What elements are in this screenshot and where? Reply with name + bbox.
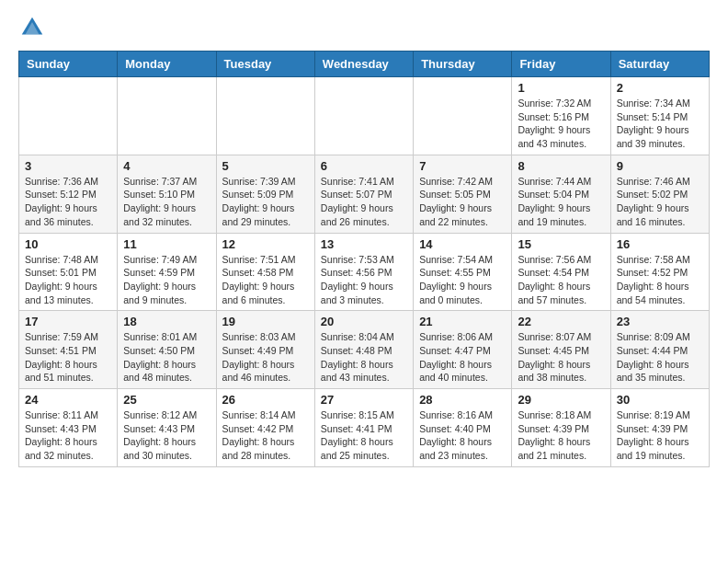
calendar-cell: 2Sunrise: 7:34 AM Sunset: 5:14 PM Daylig… bbox=[610, 77, 709, 155]
calendar-cell: 3Sunrise: 7:36 AM Sunset: 5:12 PM Daylig… bbox=[19, 155, 118, 233]
day-number: 20 bbox=[321, 315, 407, 328]
day-number: 16 bbox=[617, 237, 703, 251]
day-info: Sunrise: 7:34 AM Sunset: 5:14 PM Dayligh… bbox=[617, 97, 703, 151]
calendar-week-4: 24Sunrise: 8:11 AM Sunset: 4:43 PM Dayli… bbox=[19, 389, 710, 467]
calendar-cell: 23Sunrise: 8:09 AM Sunset: 4:44 PM Dayli… bbox=[610, 311, 709, 389]
day-info: Sunrise: 8:15 AM Sunset: 4:41 PM Dayligh… bbox=[321, 408, 407, 463]
page: Sunday Monday Tuesday Wednesday Thursday… bbox=[0, 0, 728, 481]
day-info: Sunrise: 8:11 AM Sunset: 4:43 PM Dayligh… bbox=[25, 408, 111, 463]
calendar-cell: 26Sunrise: 8:14 AM Sunset: 4:42 PM Dayli… bbox=[216, 389, 314, 467]
col-wednesday: Wednesday bbox=[314, 52, 413, 77]
col-tuesday: Tuesday bbox=[216, 52, 314, 77]
day-info: Sunrise: 8:09 AM Sunset: 4:44 PM Dayligh… bbox=[617, 330, 703, 385]
calendar-week-2: 10Sunrise: 7:48 AM Sunset: 5:01 PM Dayli… bbox=[19, 233, 710, 311]
day-info: Sunrise: 7:32 AM Sunset: 5:16 PM Dayligh… bbox=[518, 97, 604, 151]
calendar-cell: 5Sunrise: 7:39 AM Sunset: 5:09 PM Daylig… bbox=[216, 155, 314, 233]
calendar-cell: 17Sunrise: 7:59 AM Sunset: 4:51 PM Dayli… bbox=[19, 311, 118, 389]
calendar-cell: 25Sunrise: 8:12 AM Sunset: 4:43 PM Dayli… bbox=[118, 389, 216, 467]
day-info: Sunrise: 7:54 AM Sunset: 4:55 PM Dayligh… bbox=[419, 253, 506, 307]
day-number: 25 bbox=[123, 393, 210, 407]
day-number: 28 bbox=[419, 393, 506, 407]
calendar-cell: 19Sunrise: 8:03 AM Sunset: 4:49 PM Dayli… bbox=[216, 311, 314, 389]
day-number: 6 bbox=[321, 159, 407, 173]
day-number: 3 bbox=[25, 159, 111, 173]
logo bbox=[18, 14, 50, 41]
day-info: Sunrise: 7:58 AM Sunset: 4:52 PM Dayligh… bbox=[617, 253, 703, 307]
calendar-cell: 1Sunrise: 7:32 AM Sunset: 5:16 PM Daylig… bbox=[512, 77, 610, 155]
calendar-cell: 15Sunrise: 7:56 AM Sunset: 4:54 PM Dayli… bbox=[512, 233, 610, 311]
day-info: Sunrise: 8:19 AM Sunset: 4:39 PM Dayligh… bbox=[617, 408, 703, 463]
day-number: 10 bbox=[25, 237, 111, 251]
day-number: 26 bbox=[222, 393, 309, 407]
calendar-cell: 28Sunrise: 8:16 AM Sunset: 4:40 PM Dayli… bbox=[414, 389, 512, 467]
day-info: Sunrise: 8:04 AM Sunset: 4:48 PM Dayligh… bbox=[321, 330, 407, 385]
day-info: Sunrise: 7:56 AM Sunset: 4:54 PM Dayligh… bbox=[518, 253, 604, 307]
day-number: 13 bbox=[321, 237, 407, 251]
day-number: 21 bbox=[419, 315, 506, 328]
calendar-cell: 24Sunrise: 8:11 AM Sunset: 4:43 PM Dayli… bbox=[19, 389, 118, 467]
col-thursday: Thursday bbox=[414, 52, 512, 77]
day-info: Sunrise: 8:01 AM Sunset: 4:50 PM Dayligh… bbox=[123, 330, 210, 385]
calendar-cell: 12Sunrise: 7:51 AM Sunset: 4:58 PM Dayli… bbox=[216, 233, 314, 311]
calendar-cell: 16Sunrise: 7:58 AM Sunset: 4:52 PM Dayli… bbox=[610, 233, 709, 311]
day-info: Sunrise: 7:49 AM Sunset: 4:59 PM Dayligh… bbox=[123, 253, 210, 307]
calendar-week-1: 3Sunrise: 7:36 AM Sunset: 5:12 PM Daylig… bbox=[19, 155, 710, 233]
day-info: Sunrise: 8:14 AM Sunset: 4:42 PM Dayligh… bbox=[222, 408, 309, 463]
calendar-cell: 21Sunrise: 8:06 AM Sunset: 4:47 PM Dayli… bbox=[414, 311, 512, 389]
calendar-cell bbox=[414, 77, 512, 155]
calendar-cell: 22Sunrise: 8:07 AM Sunset: 4:45 PM Dayli… bbox=[512, 311, 610, 389]
header bbox=[18, 14, 710, 41]
day-number: 17 bbox=[25, 315, 111, 328]
day-info: Sunrise: 8:07 AM Sunset: 4:45 PM Dayligh… bbox=[518, 330, 604, 385]
calendar-cell: 29Sunrise: 8:18 AM Sunset: 4:39 PM Dayli… bbox=[512, 389, 610, 467]
day-info: Sunrise: 8:06 AM Sunset: 4:47 PM Dayligh… bbox=[419, 330, 506, 385]
col-saturday: Saturday bbox=[610, 52, 709, 77]
calendar-cell: 8Sunrise: 7:44 AM Sunset: 5:04 PM Daylig… bbox=[512, 155, 610, 233]
day-info: Sunrise: 7:46 AM Sunset: 5:02 PM Dayligh… bbox=[617, 175, 703, 229]
calendar-cell: 7Sunrise: 7:42 AM Sunset: 5:05 PM Daylig… bbox=[414, 155, 512, 233]
calendar-cell: 4Sunrise: 7:37 AM Sunset: 5:10 PM Daylig… bbox=[118, 155, 216, 233]
day-info: Sunrise: 7:42 AM Sunset: 5:05 PM Dayligh… bbox=[419, 175, 506, 229]
calendar-cell: 6Sunrise: 7:41 AM Sunset: 5:07 PM Daylig… bbox=[314, 155, 413, 233]
day-number: 5 bbox=[222, 159, 309, 173]
day-info: Sunrise: 7:51 AM Sunset: 4:58 PM Dayligh… bbox=[222, 253, 309, 307]
day-info: Sunrise: 8:16 AM Sunset: 4:40 PM Dayligh… bbox=[419, 408, 506, 463]
calendar-cell: 13Sunrise: 7:53 AM Sunset: 4:56 PM Dayli… bbox=[314, 233, 413, 311]
calendar-cell: 30Sunrise: 8:19 AM Sunset: 4:39 PM Dayli… bbox=[610, 389, 709, 467]
day-info: Sunrise: 7:41 AM Sunset: 5:07 PM Dayligh… bbox=[321, 175, 407, 229]
day-info: Sunrise: 7:59 AM Sunset: 4:51 PM Dayligh… bbox=[25, 330, 111, 385]
day-number: 7 bbox=[419, 159, 506, 173]
day-info: Sunrise: 7:37 AM Sunset: 5:10 PM Dayligh… bbox=[123, 175, 210, 229]
day-number: 9 bbox=[617, 159, 703, 173]
calendar-cell: 10Sunrise: 7:48 AM Sunset: 5:01 PM Dayli… bbox=[19, 233, 118, 311]
calendar-week-3: 17Sunrise: 7:59 AM Sunset: 4:51 PM Dayli… bbox=[19, 311, 710, 389]
day-info: Sunrise: 8:18 AM Sunset: 4:39 PM Dayligh… bbox=[518, 408, 604, 463]
calendar-cell: 27Sunrise: 8:15 AM Sunset: 4:41 PM Dayli… bbox=[314, 389, 413, 467]
day-number: 4 bbox=[123, 159, 210, 173]
day-number: 14 bbox=[419, 237, 506, 251]
day-number: 1 bbox=[518, 81, 604, 95]
calendar-week-0: 1Sunrise: 7:32 AM Sunset: 5:16 PM Daylig… bbox=[19, 77, 710, 155]
day-info: Sunrise: 7:36 AM Sunset: 5:12 PM Dayligh… bbox=[25, 175, 111, 229]
day-number: 30 bbox=[617, 393, 703, 407]
day-info: Sunrise: 8:12 AM Sunset: 4:43 PM Dayligh… bbox=[123, 408, 210, 463]
day-info: Sunrise: 7:44 AM Sunset: 5:04 PM Dayligh… bbox=[518, 175, 604, 229]
calendar-cell: 14Sunrise: 7:54 AM Sunset: 4:55 PM Dayli… bbox=[414, 233, 512, 311]
day-number: 23 bbox=[617, 315, 703, 328]
col-sunday: Sunday bbox=[19, 52, 118, 77]
day-number: 11 bbox=[123, 237, 210, 251]
calendar-cell bbox=[118, 77, 216, 155]
calendar-cell: 9Sunrise: 7:46 AM Sunset: 5:02 PM Daylig… bbox=[610, 155, 709, 233]
day-number: 18 bbox=[123, 315, 210, 328]
day-number: 29 bbox=[518, 393, 604, 407]
day-number: 12 bbox=[222, 237, 309, 251]
day-info: Sunrise: 7:48 AM Sunset: 5:01 PM Dayligh… bbox=[25, 253, 111, 307]
day-number: 15 bbox=[518, 237, 604, 251]
calendar-cell bbox=[314, 77, 413, 155]
day-info: Sunrise: 7:53 AM Sunset: 4:56 PM Dayligh… bbox=[321, 253, 407, 307]
calendar-cell bbox=[216, 77, 314, 155]
day-number: 24 bbox=[25, 393, 111, 407]
day-number: 19 bbox=[222, 315, 309, 328]
calendar-cell: 18Sunrise: 8:01 AM Sunset: 4:50 PM Dayli… bbox=[118, 311, 216, 389]
day-number: 2 bbox=[617, 81, 703, 95]
